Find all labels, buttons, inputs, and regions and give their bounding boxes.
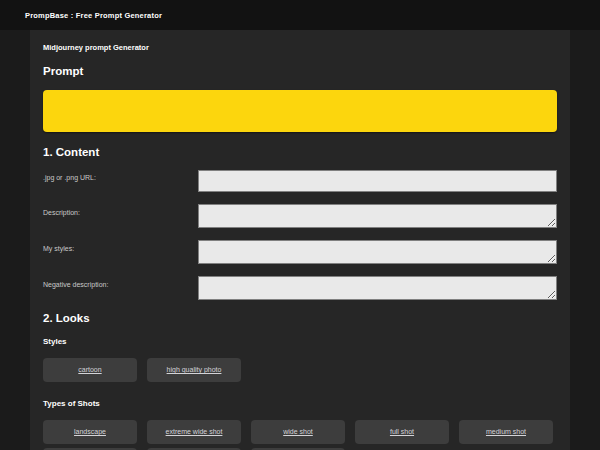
types-of-shots-subheading: Types of Shots (43, 399, 557, 408)
main-content: Midjourney prompt Generator Prompt 1. Co… (30, 30, 570, 450)
shot-button-full-shot[interactable]: full shot (355, 420, 449, 444)
site-title: PrompBase : Free Prompt Generator (25, 11, 162, 20)
negative-description-textarea[interactable] (198, 276, 557, 300)
shots-button-row-1: landscape extreme wide shot wide shot fu… (43, 420, 557, 444)
my-styles-textarea[interactable] (198, 240, 557, 264)
url-field-label: .jpg or .png URL: (43, 169, 198, 181)
top-header-bar: PrompBase : Free Prompt Generator (0, 0, 600, 30)
generated-prompt-output[interactable] (43, 90, 557, 132)
shot-button-landscape[interactable]: landscape (43, 420, 137, 444)
looks-section-heading: 2. Looks (43, 312, 557, 324)
style-button-cartoon[interactable]: cartoon (43, 358, 137, 382)
styles-subheading: Styles (43, 337, 557, 346)
content-form: .jpg or .png URL: Description: My styles… (43, 169, 557, 300)
form-row-url: .jpg or .png URL: (43, 169, 557, 192)
shot-button-wide-shot[interactable]: wide shot (251, 420, 345, 444)
style-button-high-quality-photo[interactable]: high quality photo (147, 358, 241, 382)
shot-button-medium-shot[interactable]: medium shot (459, 420, 553, 444)
form-row-my-styles: My styles: (43, 240, 557, 264)
content-section-heading: 1. Content (43, 146, 557, 158)
shot-button-extreme-wide-shot[interactable]: extreme wide shot (147, 420, 241, 444)
form-row-negative-description: Negative description: (43, 276, 557, 300)
my-styles-field-label: My styles: (43, 240, 198, 252)
description-field-label: Description: (43, 204, 198, 216)
image-url-input[interactable] (198, 170, 557, 192)
negative-description-field-label: Negative description: (43, 276, 198, 288)
prompt-heading: Prompt (43, 65, 557, 77)
description-textarea[interactable] (198, 204, 557, 228)
form-row-description: Description: (43, 204, 557, 228)
styles-button-row: cartoon high quality photo (43, 358, 557, 382)
page-subtitle: Midjourney prompt Generator (43, 30, 557, 52)
